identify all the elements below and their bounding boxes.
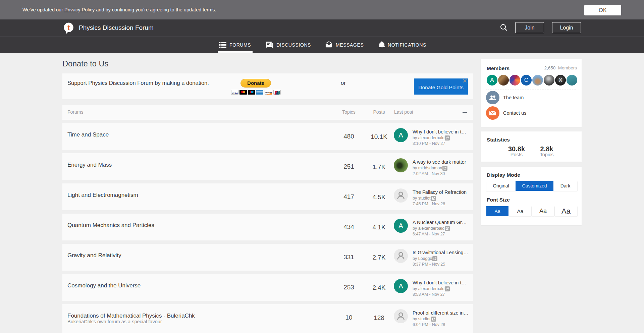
svg-text:DISCOVER: DISCOVER	[265, 92, 272, 94]
svg-text:VISA: VISA	[232, 92, 238, 95]
svg-text:t: t	[67, 23, 70, 32]
